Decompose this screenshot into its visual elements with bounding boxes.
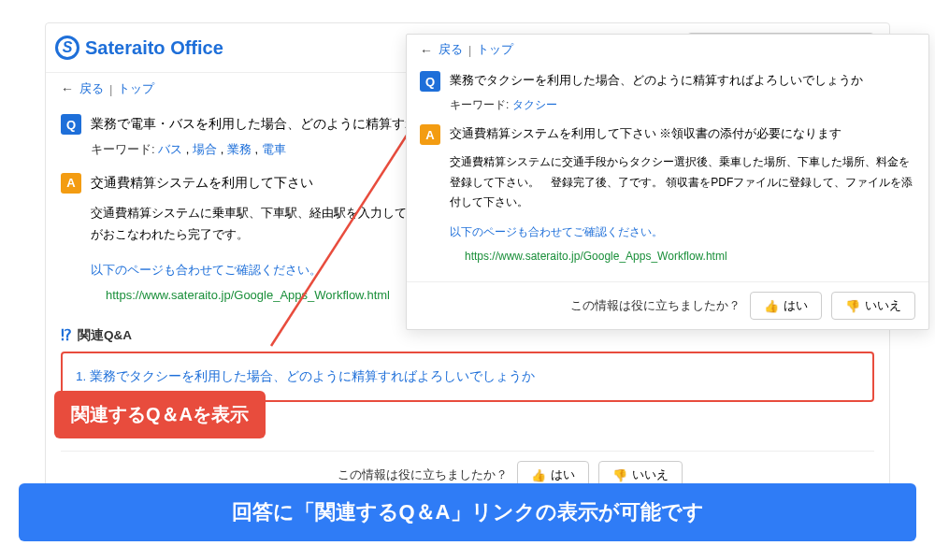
nav-back[interactable]: 戻る xyxy=(439,42,463,58)
feedback-label: この情報は役に立ちましたか？ xyxy=(570,298,741,314)
popup-keyword-row: キーワード: タクシー xyxy=(450,97,915,113)
thumb-up-icon: 👍 xyxy=(531,468,546,482)
related-qa-title: 関連Q&A xyxy=(78,327,132,344)
nav-sep: | xyxy=(109,82,112,96)
thumb-up-icon: 👍 xyxy=(764,299,779,313)
feedback-no-button[interactable]: 👎 いいえ xyxy=(831,292,915,320)
popup-answer-body: 交通費精算システムに交通手段からタクシー選択後、乗車した場所、下車した場所、料金… xyxy=(450,152,915,213)
bottom-banner: 回答に「関連するQ＆A」リンクの表示が可能です xyxy=(19,483,916,541)
back-arrow-icon[interactable]: ← xyxy=(61,81,74,96)
popup-url[interactable]: https://www.sateraito.jp/Google_Apps_Wor… xyxy=(465,250,915,263)
thumb-down-icon: 👎 xyxy=(845,299,860,313)
q-badge: Q xyxy=(420,71,440,92)
callout-badge: 関連するQ＆Aを表示 xyxy=(54,391,266,438)
feedback-label: この情報は役に立ちましたか？ xyxy=(338,467,508,483)
popup-feedback-row: この情報は役に立ちましたか？ 👍 はい 👎 いいえ xyxy=(407,281,928,329)
keyword-link[interactable]: バス xyxy=(158,142,182,156)
answer-title: 交通費精算システムを利用して下さい xyxy=(91,173,313,194)
thumb-down-icon: 👎 xyxy=(612,468,627,482)
nav-top[interactable]: トップ xyxy=(477,42,513,58)
keyword-label: キーワード: xyxy=(91,142,155,156)
nav-sep: | xyxy=(468,44,471,57)
related-qa-icon: ⁉ xyxy=(61,326,72,344)
popup-question-row: Q 業務でタクシーを利用した場合、どのように精算すればよろしいでしょうか xyxy=(420,71,915,92)
keyword-link[interactable]: 場合 xyxy=(193,142,217,156)
back-arrow-icon[interactable]: ← xyxy=(420,43,433,58)
related-qa-item[interactable]: 1. 業務でタクシーを利用した場合、どのように精算すればよろしいでしょうか xyxy=(76,369,535,383)
popup-link-intro: 以下のページも合わせてご確認ください。 xyxy=(450,223,915,243)
feedback-yes-label: はい xyxy=(551,467,575,483)
nav-top[interactable]: トップ xyxy=(118,80,154,97)
keyword-link[interactable]: タクシー xyxy=(512,98,557,111)
popup-answer-title: 交通費精算システムを利用して下さい ※領収書の添付が必要になります xyxy=(450,124,842,144)
logo-text: Sateraito Office xyxy=(85,37,223,59)
a-badge: A xyxy=(420,124,440,145)
logo-icon: S xyxy=(55,36,79,60)
feedback-no-label: いいえ xyxy=(865,297,901,314)
popup-body: Q 業務でタクシーを利用した場合、どのように精算すればよろしいでしょうか キーワ… xyxy=(407,71,928,281)
feedback-yes-button[interactable]: 👍 はい xyxy=(750,292,822,320)
keyword-link[interactable]: 業務 xyxy=(227,142,252,156)
logo: S Sateraito Office xyxy=(55,36,223,60)
keyword-label: キーワード: xyxy=(450,98,509,111)
popup-breadcrumb: ← 戻る | トップ xyxy=(407,35,928,65)
feedback-no-label: いいえ xyxy=(632,467,669,483)
keyword-link[interactable]: 電車 xyxy=(262,142,286,156)
popup-question-text: 業務でタクシーを利用した場合、どのように精算すればよろしいでしょうか xyxy=(450,71,863,91)
q-badge: Q xyxy=(61,114,81,135)
popup-card: ← 戻る | トップ Q 業務でタクシーを利用した場合、どのように精算すればよろ… xyxy=(406,34,929,330)
popup-answer-row: A 交通費精算システムを利用して下さい ※領収書の添付が必要になります xyxy=(420,124,915,145)
a-badge: A xyxy=(61,173,81,194)
feedback-yes-label: はい xyxy=(784,297,808,314)
nav-back[interactable]: 戻る xyxy=(79,80,104,97)
